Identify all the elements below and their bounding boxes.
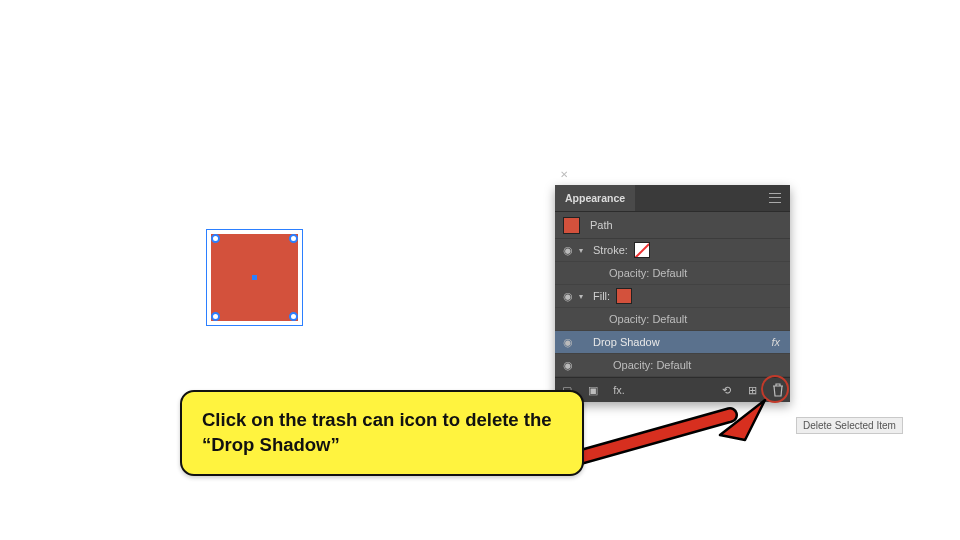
tooltip-delete-selected-item: Delete Selected Item (796, 417, 903, 434)
clear-appearance-icon[interactable]: ⟲ (718, 382, 734, 398)
trash-icon[interactable] (770, 382, 786, 398)
add-effect-icon[interactable]: fx. (611, 382, 627, 398)
visibility-icon[interactable]: ◉ (561, 336, 575, 349)
visibility-icon[interactable]: ◉ (561, 359, 575, 372)
fill-row[interactable]: ◉ ▾ Fill: (555, 285, 790, 308)
drop-shadow-label: Drop Shadow (593, 336, 660, 348)
overall-opacity-row[interactable]: ◉ Opacity: Default (555, 354, 790, 377)
object-type-label: Path (590, 219, 613, 231)
opacity-label: Opacity: (609, 267, 649, 279)
opacity-label: Opacity: (609, 313, 649, 325)
object-swatch[interactable] (563, 217, 580, 234)
stroke-opacity-row[interactable]: Opacity: Default (555, 262, 790, 285)
center-point[interactable] (252, 275, 257, 280)
artboard: ✕ Appearance Path ◉ ▾ Stroke: Opacity: D… (0, 0, 960, 540)
opacity-value: Default (652, 267, 687, 279)
panel-menu-icon[interactable] (764, 187, 786, 209)
fx-indicator-icon[interactable]: fx (771, 336, 784, 348)
chevron-down-icon[interactable]: ▾ (579, 292, 589, 301)
panel-footer: ▢ ▣ fx. ⟲ ⊞ (555, 377, 790, 402)
appearance-panel: ✕ Appearance Path ◉ ▾ Stroke: Opacity: D… (555, 185, 790, 402)
chevron-down-icon[interactable]: ▾ (579, 246, 589, 255)
panel-tab-bar: Appearance (555, 185, 790, 212)
fill-swatch[interactable] (616, 288, 632, 304)
resize-handle-tr[interactable] (289, 234, 298, 243)
opacity-value: Default (656, 359, 691, 371)
stroke-row[interactable]: ◉ ▾ Stroke: (555, 239, 790, 262)
instruction-callout: Click on the trash can icon to delete th… (180, 390, 584, 476)
opacity-label: Opacity: (613, 359, 653, 371)
fill-opacity-row[interactable]: Opacity: Default (555, 308, 790, 331)
visibility-icon[interactable]: ◉ (561, 244, 575, 257)
object-type-row: Path (555, 212, 790, 239)
panel-close-icon[interactable]: ✕ (560, 169, 568, 180)
add-stroke-icon[interactable]: ▣ (585, 382, 601, 398)
resize-handle-tl[interactable] (211, 234, 220, 243)
duplicate-item-icon[interactable]: ⊞ (744, 382, 760, 398)
selected-shape[interactable] (207, 230, 302, 325)
visibility-icon[interactable]: ◉ (561, 290, 575, 303)
stroke-label: Stroke: (593, 244, 628, 256)
resize-handle-br[interactable] (289, 312, 298, 321)
stroke-swatch-none[interactable] (634, 242, 650, 258)
resize-handle-bl[interactable] (211, 312, 220, 321)
fill-label: Fill: (593, 290, 610, 302)
annotation-arrow (550, 395, 780, 465)
tab-appearance[interactable]: Appearance (555, 185, 635, 211)
opacity-value: Default (652, 313, 687, 325)
drop-shadow-row[interactable]: ◉ Drop Shadow fx (555, 331, 790, 354)
